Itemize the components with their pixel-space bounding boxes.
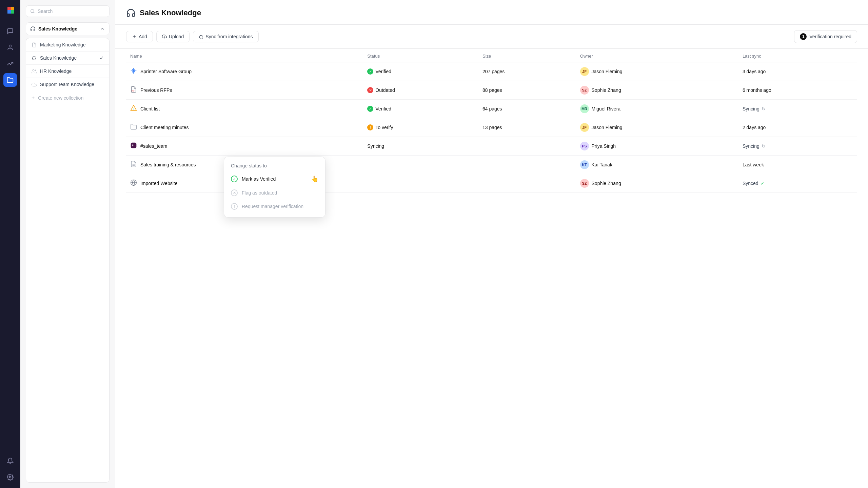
row-name: Imported Website (140, 181, 177, 186)
row-icon: # (130, 142, 137, 150)
icon-bar (0, 0, 20, 488)
collection-label: Sales Knowledge (38, 26, 77, 32)
sync-button-label: Sync from integrations (205, 34, 253, 39)
sync-button[interactable]: Sync from integrations (193, 31, 258, 42)
bell-icon[interactable] (3, 454, 17, 468)
sidebar-item-support[interactable]: Support Team Knowledge (26, 78, 109, 91)
status-cell[interactable] (363, 174, 478, 193)
last-sync-cell: 2 days ago (738, 118, 857, 137)
table-row[interactable]: Client meeting minutes ! To verify 13 pa… (126, 118, 857, 137)
owner-name: Priya Singh (592, 143, 616, 149)
outdated-icon: ✕ (231, 189, 238, 196)
sync-spinner-icon: ↻ (762, 143, 766, 149)
status-cell[interactable]: Syncing (363, 137, 478, 156)
name-cell: # #sales_team (126, 137, 363, 156)
analytics-icon[interactable] (3, 57, 17, 70)
size-cell: 88 pages (478, 81, 576, 100)
last-sync-cell: Syncing↻ (738, 100, 857, 118)
search-bar[interactable]: Search (26, 5, 110, 17)
sync-text: Last week (743, 162, 764, 167)
name-cell: Client meeting minutes (126, 118, 363, 137)
context-menu-item-verify[interactable]: ✓ Mark as Verified 👆 (224, 172, 325, 186)
add-button[interactable]: Add (126, 31, 153, 42)
status-cell[interactable]: ✓ Verified (363, 62, 478, 81)
size-cell (478, 137, 576, 156)
upload-button-label: Upload (169, 34, 184, 39)
status-indicator: ✓ (367, 106, 373, 112)
users-icon[interactable] (3, 41, 17, 54)
status-indicator: ✓ (367, 68, 373, 75)
sync-text: 2 days ago (743, 125, 766, 130)
upload-button[interactable]: Upload (156, 31, 190, 42)
size-value: 207 pages (482, 69, 505, 74)
settings-icon[interactable] (3, 470, 17, 484)
search-icon (30, 9, 35, 14)
size-cell: 64 pages (478, 100, 576, 118)
status-label: To verify (375, 125, 393, 130)
sidebar-item-create[interactable]: + Create new collection (26, 91, 109, 105)
checkmark-icon: ✓ (100, 55, 104, 61)
verification-badge[interactable]: 1 Verification required (794, 30, 857, 43)
size-value: 13 pages (482, 125, 502, 130)
last-sync-cell: Syncing↻ (738, 137, 857, 156)
owner-cell: PS Priya Singh (576, 137, 738, 156)
table-container: Name Status Size Owner Last sync Sprinte… (115, 49, 868, 488)
chat-icon[interactable] (3, 24, 17, 38)
table-row[interactable]: PDF Previous RFPs ✕ Outdated 88 pages SZ… (126, 81, 857, 100)
sidebar-item-label-hr: HR Knowledge (40, 68, 72, 74)
status-cell[interactable]: ! To verify (363, 118, 478, 137)
owner-name: Jason Fleming (592, 69, 623, 74)
sidebar-item-sales[interactable]: Sales Knowledge ✓ (26, 52, 109, 65)
avatar: KT (580, 160, 589, 169)
table-row[interactable]: Sprinter Software Group ✓ Verified 207 p… (126, 62, 857, 81)
svg-line-8 (34, 12, 35, 13)
folder-icon[interactable] (3, 73, 17, 87)
svg-point-9 (33, 69, 34, 71)
avatar: JF (580, 123, 589, 132)
manager-icon: ! (231, 203, 238, 210)
table-row[interactable]: G Client list ✓ Verified 64 pages MR Mig… (126, 100, 857, 118)
collection-header[interactable]: Sales Knowledge (26, 22, 110, 35)
sync-text: Syncing (743, 143, 760, 149)
app-logo[interactable] (4, 4, 16, 16)
owner-cell: JF Jason Fleming (576, 62, 738, 81)
size-cell (478, 174, 576, 193)
owner-name: Sophie Zhang (592, 87, 621, 93)
sidebar-item-label-create: Create new collection (38, 95, 83, 101)
row-name: Sprinter Software Group (140, 69, 192, 74)
col-size: Size (478, 49, 576, 62)
context-menu-header: Change status to (224, 161, 325, 172)
svg-text:G: G (133, 108, 135, 110)
svg-marker-4 (11, 10, 14, 14)
main-header-icon (126, 8, 136, 18)
name-cell: PDF Previous RFPs (126, 81, 363, 100)
cursor-pointer: 👆 (311, 175, 318, 183)
cloud-icon (32, 82, 37, 87)
col-owner: Owner (576, 49, 738, 62)
owner-cell: MR Miguel Rivera (576, 100, 738, 118)
sync-text: 3 days ago (743, 69, 766, 74)
last-sync-cell: 3 days ago (738, 62, 857, 81)
status-cell[interactable]: ✕ Outdated (363, 81, 478, 100)
row-icon (130, 161, 137, 169)
table-row[interactable]: # #sales_team Syncing PS Priya Singh Syn… (126, 137, 857, 156)
collection-icon (30, 26, 36, 32)
status-cell[interactable] (363, 156, 478, 174)
sidebar: Search Sales Knowledge Marketing Knowled… (20, 0, 115, 488)
col-name: Name (126, 49, 363, 62)
add-button-label: Add (139, 34, 147, 39)
owner-cell: KT Kai Tanak (576, 156, 738, 174)
row-name: Client list (140, 106, 160, 111)
size-cell: 207 pages (478, 62, 576, 81)
status-indicator: ! (367, 124, 373, 130)
status-cell[interactable]: ✓ Verified (363, 100, 478, 118)
row-name: Previous RFPs (140, 87, 172, 93)
context-menu-item-outdated[interactable]: ✕ Flag as outdated (224, 186, 325, 200)
sidebar-item-hr[interactable]: HR Knowledge (26, 65, 109, 78)
context-menu-item-manager[interactable]: ! Request manager verification (224, 200, 325, 213)
svg-rect-18 (131, 142, 137, 148)
verification-count: 1 (800, 33, 807, 40)
size-cell (478, 156, 576, 174)
verify-icon: ✓ (231, 176, 238, 182)
sidebar-item-marketing[interactable]: Marketing Knowledge (26, 38, 109, 52)
